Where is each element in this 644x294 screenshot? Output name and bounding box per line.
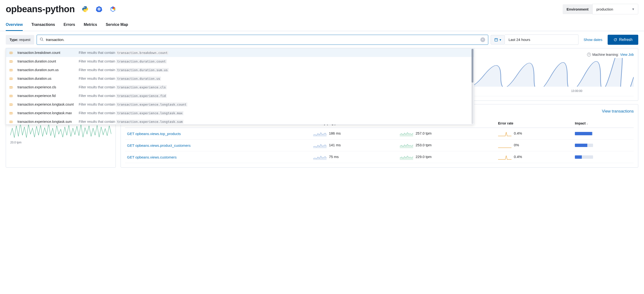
suggestion-item[interactable]: transaction.experience.fid Filter result…	[6, 92, 474, 100]
x-tick: 13:00:00	[571, 89, 582, 93]
svg-rect-29	[11, 112, 13, 114]
latency-cell: 186 ms	[311, 128, 398, 140]
traffic-cell: 257.0 tpm	[398, 128, 496, 140]
environment-value: production	[596, 7, 613, 11]
environment-label: Environment	[563, 4, 592, 14]
suggestion-item[interactable]: transaction.duration.sum.us Filter resul…	[6, 66, 474, 74]
suggestion-item[interactable]: transaction.duration.count Filter result…	[6, 57, 474, 66]
environment-selector: Environment production ▾	[563, 4, 638, 14]
suggestion-desc: Filter results that contain transaction.…	[79, 85, 167, 89]
field-icon	[9, 103, 14, 106]
python-icon	[82, 6, 89, 13]
scrollbar[interactable]	[472, 49, 474, 124]
date-picker-button[interactable]: ▾	[491, 35, 505, 45]
tab-overview[interactable]: Overview	[6, 19, 23, 31]
suggestion-name: transaction.duration.count	[18, 59, 75, 63]
toolbar: Type: request ✕ ▾ Last 24 hours Show dat…	[0, 31, 644, 48]
field-icon	[9, 94, 14, 97]
view-transactions-link[interactable]: View transactions	[602, 109, 634, 114]
chevron-down-icon: ▾	[500, 38, 501, 42]
suggestion-item[interactable]: transaction.experience.longtask.sum Filt…	[6, 117, 474, 125]
y-tick: 20.0 tpm	[10, 141, 111, 144]
field-icon	[9, 60, 14, 63]
search-field[interactable]: ✕	[36, 35, 488, 45]
header-left: opbeans-python	[6, 4, 116, 14]
field-icon	[9, 69, 14, 71]
svg-rect-10	[495, 39, 498, 41]
help-icon[interactable]: ?	[587, 53, 591, 57]
table-row: GET opbeans.views.customers 75 ms 229.0 …	[125, 151, 634, 163]
suggestion-name: transaction.duration.sum.us	[18, 68, 75, 72]
suggestion-item[interactable]: transaction.breakdown.count Filter resul…	[6, 48, 474, 57]
tabs: OverviewTransactionsErrorsMetricsService…	[0, 19, 644, 31]
svg-point-1	[86, 11, 86, 12]
transaction-link[interactable]: GET opbeans.views.customers	[127, 155, 176, 159]
date-range-text[interactable]: Last 24 hours	[505, 35, 578, 45]
latency-cell: 141 ms	[311, 140, 398, 151]
show-dates-link[interactable]: Show dates	[581, 38, 605, 42]
latency-cell: 75 ms	[311, 151, 398, 163]
field-icon	[9, 86, 14, 89]
field-icon	[9, 120, 14, 123]
autocomplete-dropdown: transaction.breakdown.count Filter resul…	[6, 48, 474, 125]
svg-point-8	[40, 38, 42, 40]
tab-errors[interactable]: Errors	[64, 19, 75, 31]
impact-cell	[573, 128, 634, 140]
svg-line-9	[42, 40, 43, 41]
environment-dropdown[interactable]: production ▾	[592, 4, 638, 14]
col-error-rate[interactable]: Error rate	[496, 119, 573, 128]
tab-service-map[interactable]: Service Map	[106, 19, 128, 31]
svg-rect-21	[11, 78, 13, 80]
transaction-link[interactable]: GET opbeans.views.product_customers	[127, 143, 191, 147]
transactions-table: Name Latency (avg.) Traffic Error rate I…	[125, 119, 634, 163]
suggestion-item[interactable]: transaction.duration.us Filter results t…	[6, 74, 474, 83]
sort-down-icon: ↓	[586, 122, 588, 125]
suggestion-name: transaction.experience.cls	[18, 85, 75, 89]
svg-rect-23	[11, 86, 13, 88]
suggestion-name: transaction.experience.fid	[18, 94, 75, 98]
col-impact[interactable]: Impact↓	[573, 119, 634, 128]
svg-rect-25	[11, 95, 13, 97]
gcp-icon	[109, 6, 116, 13]
suggestion-desc: Filter results that contain transaction.…	[79, 59, 167, 63]
field-icon	[9, 77, 14, 80]
suggestion-desc: Filter results that contain transaction.…	[79, 103, 187, 106]
suggestion-desc: Filter results that contain transaction.…	[79, 68, 169, 72]
view-job-link[interactable]: View Job	[620, 53, 634, 57]
ml-note: ? Machine learning: View Job	[587, 53, 634, 57]
suggestion-name: transaction.experience.longtask.sum	[18, 120, 75, 124]
clear-search-button[interactable]: ✕	[480, 37, 485, 42]
page-title: opbeans-python	[6, 4, 75, 14]
tech-icons	[82, 6, 116, 13]
impact-cell	[573, 140, 634, 151]
type-filter[interactable]: Type: request	[6, 35, 34, 45]
suggestion-name: transaction.duration.us	[18, 77, 75, 80]
suggestion-desc: Filter results that contain transaction.…	[79, 77, 161, 80]
error-rate-cell: 0.4%	[496, 151, 573, 163]
tab-transactions[interactable]: Transactions	[31, 19, 55, 31]
suggestion-item[interactable]: transaction.experience.longtask.count Fi…	[6, 100, 474, 109]
table-row: GET opbeans.views.top_products 186 ms 25…	[125, 128, 634, 140]
suggestion-name: transaction.experience.longtask.max	[18, 111, 75, 115]
svg-rect-31	[11, 121, 13, 123]
traffic-cell: 229.0 tpm	[398, 151, 496, 163]
suggestion-name: transaction.experience.longtask.count	[18, 103, 75, 106]
tab-metrics[interactable]: Metrics	[84, 19, 97, 31]
svg-point-0	[84, 7, 84, 7]
table-row: GET opbeans.views.product_customers 141 …	[125, 140, 634, 151]
svg-rect-15	[11, 52, 13, 54]
svg-rect-17	[11, 61, 13, 63]
svg-rect-19	[11, 69, 13, 71]
field-icon	[9, 112, 14, 114]
search-input[interactable]	[46, 38, 478, 42]
suggestion-desc: Filter results that contain transaction.…	[79, 120, 184, 124]
suggestion-item[interactable]: transaction.experience.longtask.max Filt…	[6, 109, 474, 117]
svg-rect-27	[11, 104, 13, 106]
refresh-button[interactable]: Refresh	[608, 35, 638, 45]
traffic-cell: 253.0 tpm	[398, 140, 496, 151]
suggestion-item[interactable]: transaction.experience.cls Filter result…	[6, 83, 474, 92]
field-icon	[9, 51, 14, 54]
error-rate-cell: 0%	[496, 140, 573, 151]
suggestion-desc: Filter results that contain transaction.…	[79, 94, 167, 98]
transaction-link[interactable]: GET opbeans.views.top_products	[127, 132, 181, 136]
